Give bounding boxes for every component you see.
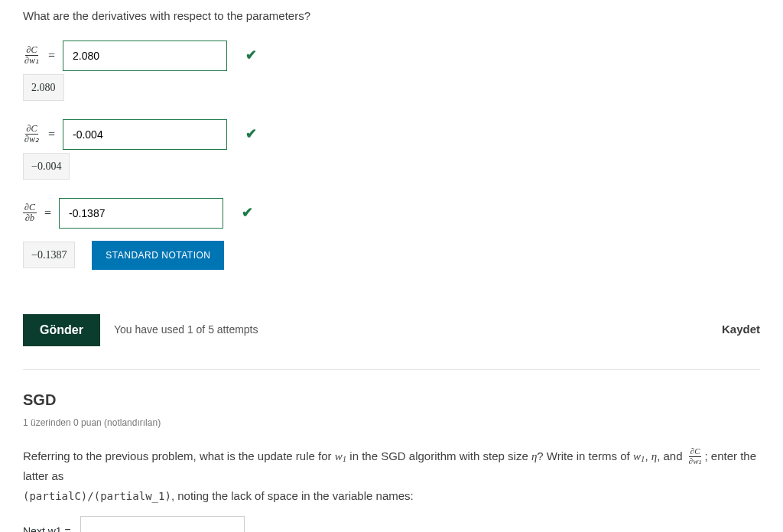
partial-fraction-icon: ∂C∂w₁ <box>687 447 703 466</box>
equals-sign: = <box>48 125 55 144</box>
save-button[interactable]: Kaydet <box>722 321 760 339</box>
derivative-input-w2[interactable] <box>63 119 227 150</box>
answer-chip-w1: 2.080 <box>23 74 64 101</box>
derivative-input-w1[interactable] <box>63 41 227 71</box>
attempts-text: You have used 1 of 5 attempts <box>114 322 258 338</box>
check-icon: ✔ <box>245 124 257 144</box>
section-title-sgd: SGD <box>23 388 760 411</box>
code-hint: (partialC)/(partialw_1) <box>23 489 171 502</box>
equals-sign: = <box>44 204 51 222</box>
sgd-paragraph: Referring to the previous problem, what … <box>23 446 760 506</box>
check-icon: ✔ <box>245 45 257 66</box>
question-prompt: What are the derivatives with respect to… <box>23 8 760 25</box>
submit-row: Gönder You have used 1 of 5 attempts Kay… <box>23 314 760 346</box>
points-text: 1 üzerinden 0 puan (notlandırılan) <box>23 416 760 430</box>
next-w1-label: Next w1 = <box>23 524 71 532</box>
derivative-row-w1: ∂C ∂w₁ = ✔ <box>23 41 760 71</box>
equals-sign: = <box>48 47 55 65</box>
next-w1-row: Next w1 = <box>23 516 760 532</box>
partial-symbol-b: ∂C ∂b <box>23 203 37 222</box>
partial-symbol-w1: ∂C ∂w₁ <box>23 45 41 65</box>
derivative-input-b[interactable] <box>59 198 223 229</box>
answer-chip-b: −0.1387 <box>23 242 75 268</box>
next-w1-input[interactable] <box>80 516 245 532</box>
standard-notation-button[interactable]: STANDARD NOTATION <box>92 241 224 270</box>
check-icon: ✔ <box>242 203 253 223</box>
derivative-row-w2: ∂C ∂w₂ = ✔ <box>23 119 760 150</box>
partial-symbol-w2: ∂C ∂w₂ <box>23 124 41 144</box>
derivative-row-b: ∂C ∂b = ✔ <box>23 198 760 229</box>
divider <box>23 369 760 370</box>
answer-chip-w2: −0.004 <box>23 153 70 180</box>
submit-button[interactable]: Gönder <box>23 314 100 346</box>
